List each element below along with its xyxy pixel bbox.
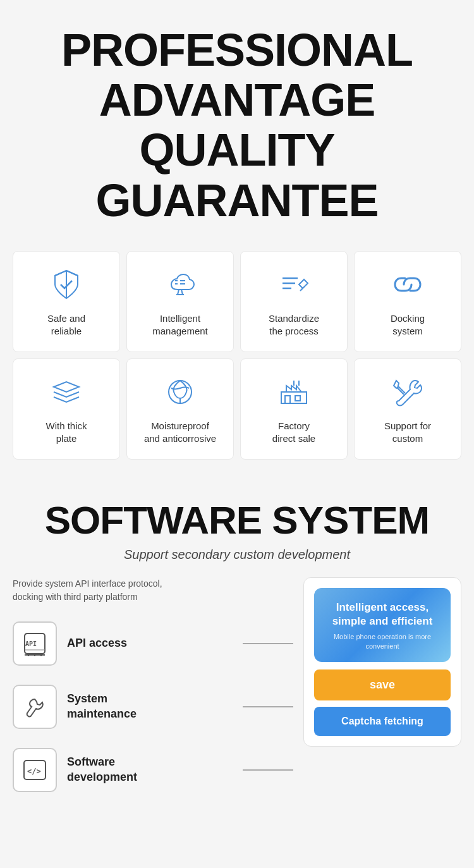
software-item-label-api: API access	[67, 636, 127, 651]
software-desc: Provide system API interface protocol,do…	[13, 577, 293, 604]
phone-intelligent-label: Intelligent access,simple and efficient	[324, 601, 441, 628]
grid-label-thick-plate: With thickplate	[46, 420, 87, 444]
software-item-label-maintenance: Systemmaintenance	[67, 692, 137, 721]
grid-card-custom: Support forcustom	[354, 358, 461, 460]
header-section: PROFESSIONAL ADVANTAGE QUALITY GUARANTEE	[0, 0, 474, 245]
software-left: Provide system API interface protocol,do…	[13, 577, 293, 811]
grid-card-intelligent: Intelligentmanagement	[126, 251, 234, 352]
factory-icon	[275, 373, 313, 411]
grid-card-factory: Factorydirect sale	[240, 358, 348, 460]
grid-card-docking: Dockingsystem	[354, 251, 461, 352]
grid-card-safe-reliable: Safe andreliable	[13, 251, 120, 352]
grid-label-moistureproof: Moistureproofand anticorrosive	[144, 420, 216, 444]
software-item-dev: </> Softwaredevelopment	[13, 748, 293, 792]
cloud-icon	[161, 266, 199, 303]
grid-row-1: Safe andreliable Intelligentmanagement	[13, 251, 461, 352]
link-icon	[389, 266, 427, 303]
grid-card-standardize: Standardizethe process	[240, 251, 348, 352]
svg-line-10	[300, 288, 303, 291]
software-item-label-dev: Softwaredevelopment	[67, 755, 137, 785]
phone-mockup: Intelligent access,simple and efficient …	[314, 588, 451, 662]
svg-rect-14	[285, 396, 290, 403]
software-item-api: API API access	[13, 621, 293, 666]
software-item-line-dev	[243, 769, 293, 771]
shield-icon	[47, 266, 85, 303]
api-icon: API	[13, 621, 57, 666]
code-icon: </>	[13, 748, 57, 792]
svg-text:API: API	[25, 640, 37, 647]
software-subtitle: Support secondary custom development	[13, 547, 461, 562]
grid-label-standardize: Standardizethe process	[269, 312, 319, 337]
header-title: PROFESSIONAL ADVANTAGE QUALITY GUARANTEE	[13, 25, 461, 226]
svg-rect-15	[295, 396, 300, 401]
grid-section: Safe andreliable Intelligentmanagement	[0, 245, 474, 479]
software-item-maintenance: Systemmaintenance	[13, 685, 293, 729]
grid-label-docking: Dockingsystem	[391, 312, 425, 337]
leaf-icon	[161, 373, 199, 411]
grid-label-safe-reliable: Safe andreliable	[47, 312, 85, 337]
svg-line-1	[178, 290, 179, 295]
grid-label-factory: Factorydirect sale	[272, 420, 315, 444]
software-right: Intelligent access,simple and efficient …	[303, 577, 461, 747]
header-line3: QUALITY GUARANTEE	[95, 125, 378, 225]
captcha-button[interactable]: Captcha fetching	[314, 707, 451, 736]
software-title: SOFTWARE SYSTEM	[13, 498, 461, 542]
software-section: SOFTWARE SYSTEM Support secondary custom…	[0, 479, 474, 824]
software-body: Provide system API interface protocol,do…	[13, 577, 461, 811]
grid-label-custom: Support forcustom	[384, 420, 431, 444]
save-button[interactable]: save	[314, 669, 451, 700]
phone-sub-label: Mobile phone operation is moreconvenient	[324, 632, 441, 652]
software-item-line-api	[243, 643, 293, 644]
header-line1: PROFESSIONAL	[61, 25, 413, 75]
layers-icon	[47, 373, 85, 411]
grid-card-thick-plate: With thickplate	[13, 358, 120, 460]
document-edit-icon	[275, 266, 313, 303]
wrench-icon	[13, 685, 57, 729]
header-line2: ADVANTAGE	[99, 75, 375, 125]
tools-icon	[389, 373, 427, 411]
svg-text:</>: </>	[27, 767, 41, 776]
grid-label-intelligent: Intelligentmanagement	[152, 312, 208, 337]
grid-row-2: With thickplate Moistureproofand anticor…	[13, 358, 461, 460]
software-item-line-maintenance	[243, 706, 293, 707]
svg-line-2	[181, 290, 183, 295]
right-card: Intelligent access,simple and efficient …	[303, 577, 461, 747]
grid-card-moistureproof: Moistureproofand anticorrosive	[126, 358, 234, 460]
